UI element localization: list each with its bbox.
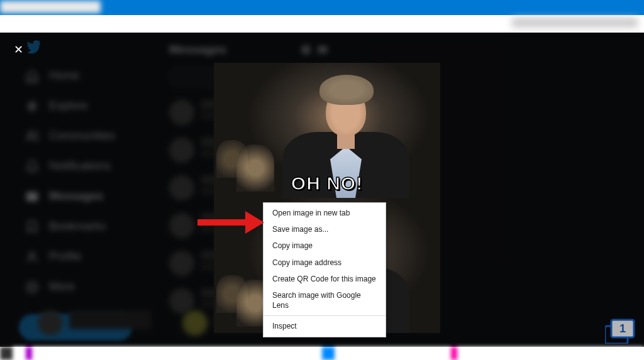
browser-titlebar (0, 0, 644, 15)
avatar (169, 100, 194, 125)
meme-top-panel: OH NO! (214, 63, 440, 198)
sidebar-item-bookmarks[interactable]: Bookmarks (19, 217, 142, 236)
avatar (169, 138, 194, 163)
cm-copy-image[interactable]: Copy image (264, 237, 386, 254)
cm-copy-image-address[interactable]: Copy image address (264, 254, 386, 271)
cm-create-qr[interactable]: Create QR Code for this image (264, 271, 386, 287)
mail-icon (25, 190, 39, 204)
avatar (169, 251, 194, 276)
hash-icon (25, 99, 39, 113)
messages-title: Messages (169, 43, 226, 57)
sidebar-item-notifications[interactable]: Notifications (19, 157, 142, 176)
sidebar-item-label: Home (49, 69, 79, 82)
watermark-icon: 1 (605, 317, 635, 344)
close-label: ✕ (14, 43, 23, 57)
svg-rect-1 (26, 192, 38, 201)
page-content: Home Explore Communities Notifications M… (0, 33, 644, 347)
avatar (169, 288, 194, 314)
sidebar-item-label: More (49, 280, 75, 293)
sidebar-item-explore[interactable]: Explore (19, 97, 142, 116)
svg-point-5 (31, 286, 33, 288)
meme-top-caption: OH NO! (214, 173, 440, 194)
sidebar-item-communities[interactable]: Communities (19, 127, 142, 146)
sidebar-item-label: Bookmarks (49, 220, 106, 233)
avatar (169, 175, 194, 200)
svg-point-6 (34, 286, 35, 288)
svg-point-2 (30, 252, 34, 256)
home-icon (25, 69, 39, 83)
messages-header: Messages ⚙✉ (160, 39, 336, 61)
avatar (169, 213, 194, 238)
sidebar-item-label: Messages (49, 190, 103, 203)
browser-toolbar (0, 15, 644, 33)
user-icon (25, 250, 39, 264)
svg-point-4 (29, 286, 30, 288)
toolbar-actions (512, 18, 638, 28)
sidebar-item-messages[interactable]: Messages (19, 187, 142, 206)
people-icon (25, 129, 39, 143)
more-icon (25, 280, 39, 294)
sidebar-item-label: Explore (49, 99, 87, 112)
twitter-logo-icon (25, 40, 42, 55)
close-icon[interactable]: ✕ (9, 40, 28, 59)
cm-open-new-tab[interactable]: Open image in new tab (264, 205, 386, 221)
sidebar: Home Explore Communities Notifications M… (0, 33, 160, 347)
new-message-icon[interactable]: ✉ (318, 43, 328, 57)
svg-point-0 (28, 131, 33, 136)
sidebar-item-profile[interactable]: Profile (19, 248, 142, 266)
os-taskbar[interactable] (0, 347, 644, 360)
svg-text:1: 1 (619, 322, 626, 335)
cm-save-image-as[interactable]: Save image as... (264, 221, 386, 237)
sidebar-item-label: Communities (49, 129, 115, 143)
cm-search-google-lens[interactable]: Search image with Google Lens (264, 287, 386, 314)
browser-tab[interactable] (0, 1, 101, 13)
account-switcher[interactable] (38, 310, 151, 335)
sidebar-item-home[interactable]: Home (19, 67, 142, 85)
sidebar-item-label: Profile (49, 250, 81, 263)
settings-icon[interactable]: ⚙ (301, 43, 311, 57)
cm-divider (264, 315, 386, 316)
bell-icon (25, 160, 39, 173)
cm-inspect[interactable]: Inspect (264, 318, 386, 334)
bookmark-icon (25, 220, 39, 234)
sidebar-item-more[interactable]: More (19, 278, 142, 297)
context-menu: Open image in new tab Save image as... C… (263, 202, 386, 337)
sidebar-item-label: Notifications (49, 160, 111, 173)
